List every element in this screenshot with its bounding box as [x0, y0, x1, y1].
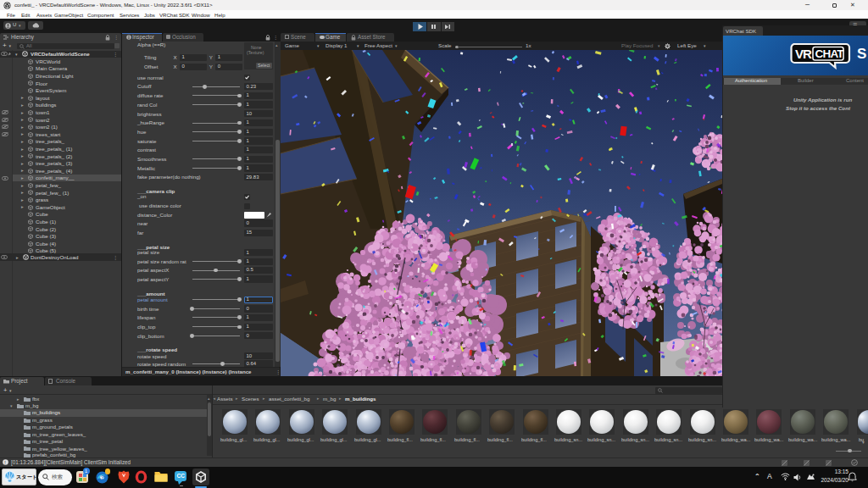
- svg-text:VR: VR: [795, 47, 812, 61]
- svg-text:?: ?: [101, 474, 104, 480]
- svg-text:CHAT: CHAT: [815, 47, 845, 60]
